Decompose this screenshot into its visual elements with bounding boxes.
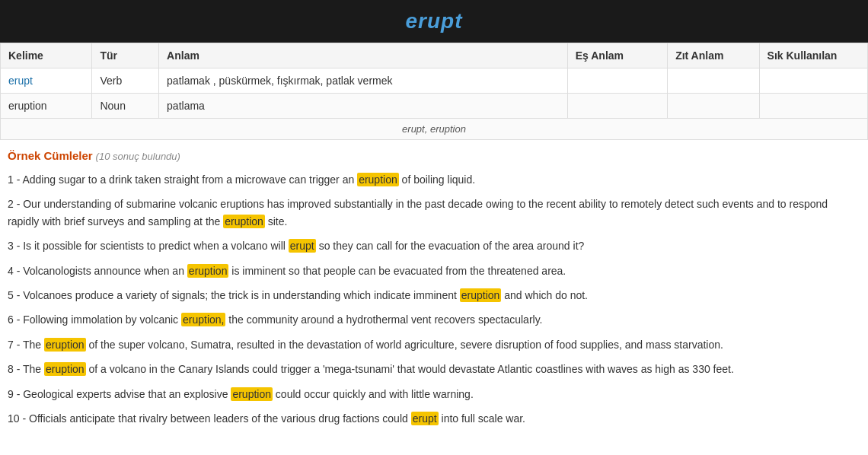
sentence-text: and which do not. (501, 289, 588, 301)
example-section-title: Örnek Cümleler (8, 149, 93, 162)
sentence-item: 7 - The eruption of the super volcano, S… (8, 336, 860, 353)
example-section-header: Örnek Cümleler (10 sonuç bulundu) (0, 143, 868, 168)
highlight-word: eruption (357, 173, 399, 186)
cell-zit-anlam (668, 94, 759, 119)
cell-tur: Noun (92, 94, 159, 119)
sentence-item: 5 - Volcanoes produce a variety of signa… (8, 287, 860, 304)
table-footer: erupt, eruption (0, 119, 868, 140)
sentence-text: 8 - The (8, 363, 44, 375)
sentence-item: 4 - Volcanologists announce when an erup… (8, 262, 860, 279)
highlight-word: eruption (460, 288, 502, 302)
sentence-item: 10 - Officials anticipate that rivalry b… (8, 410, 860, 427)
cell-sik (759, 94, 867, 119)
sentence-text: the community around a hydrothermal vent… (225, 313, 542, 326)
sentence-text: 2 - Our understanding of submarine volca… (8, 198, 828, 227)
sentence-text: 9 - Geological experts advise that an ex… (8, 388, 231, 400)
table-row: eruptVerbpatlamak , püskürmek, fışkırmak… (1, 68, 868, 94)
sentence-text: 4 - Volcanologists announce when an (8, 265, 187, 277)
col-header-zit-anlam: Zıt Anlam (668, 43, 759, 68)
col-header-kelime: Kelime (1, 43, 92, 68)
col-header-anlam: Anlam (159, 43, 568, 68)
highlight-word: eruption (187, 264, 229, 278)
sentence-text: is imminent so that people can be evacua… (228, 265, 566, 277)
sentence-text: of boiling liquid. (399, 173, 475, 186)
table-row: eruptionNounpatlama (1, 94, 868, 119)
col-header-sik: Sık Kullanılan (759, 43, 867, 68)
cell-anlam: patlamak , püskürmek, fışkırmak, patlak … (159, 68, 568, 94)
sentence-text: into full scale war. (439, 412, 525, 425)
word-table: Kelime Tür Anlam Eş Anlam Zıt Anlam Sık … (0, 43, 868, 119)
sentence-item: 6 - Following immolation by volcanic eru… (8, 311, 860, 328)
sentence-text: of the super volcano, Sumatra, resulted … (86, 339, 723, 351)
sentence-item: 8 - The eruption of a volcano in the Can… (8, 361, 860, 377)
sentence-text: site. (265, 215, 288, 228)
sentence-item: 1 - Adding sugar to a drink taken straig… (8, 171, 860, 188)
sentence-item: 2 - Our understanding of submarine volca… (8, 196, 860, 230)
app-title: erupt (0, 9, 868, 33)
cell-tur: Verb (92, 68, 159, 94)
sentence-text: so they can call for the evacuation of t… (316, 240, 585, 252)
sentence-text: 1 - Adding sugar to a drink taken straig… (8, 173, 357, 186)
highlight-word: eruption, (181, 313, 225, 326)
sentence-text: 6 - Following immolation by volcanic (8, 313, 181, 326)
sentence-text: could occur quickly and with little warn… (273, 388, 474, 400)
cell-zit-anlam (668, 68, 759, 94)
col-header-tur: Tür (92, 43, 159, 68)
sentence-item: 3 - Is it possible for scientists to pre… (8, 237, 860, 254)
cell-kelime: eruption (1, 94, 92, 119)
sentence-text: of a volcano in the Canary Islands could… (86, 363, 734, 375)
app-header: erupt (0, 0, 868, 43)
highlight-word: eruption (44, 362, 86, 376)
cell-sik (759, 68, 867, 94)
col-header-es-anlam: Eş Anlam (567, 43, 667, 68)
sentence-text: 5 - Volcanoes produce a variety of signa… (8, 289, 460, 301)
example-section-count: (10 sonuç bulundu) (96, 151, 180, 162)
sentence-text: 3 - Is it possible for scientists to pre… (8, 240, 289, 252)
highlight-word: erupt (411, 412, 439, 425)
cell-kelime[interactable]: erupt (1, 68, 92, 94)
sentence-text: 7 - The (8, 339, 44, 351)
sentences-container: 1 - Adding sugar to a drink taken straig… (0, 168, 868, 438)
sentence-text: 10 - Officials anticipate that rivalry b… (8, 412, 411, 425)
cell-es-anlam (567, 94, 667, 119)
highlight-word: eruption (231, 387, 273, 401)
highlight-word: eruption (44, 338, 86, 352)
cell-es-anlam (567, 68, 667, 94)
sentence-item: 9 - Geological experts advise that an ex… (8, 386, 860, 402)
highlight-word: eruption (223, 215, 265, 228)
cell-anlam: patlama (159, 94, 568, 119)
highlight-word: erupt (289, 239, 316, 253)
word-link[interactable]: erupt (8, 75, 33, 87)
